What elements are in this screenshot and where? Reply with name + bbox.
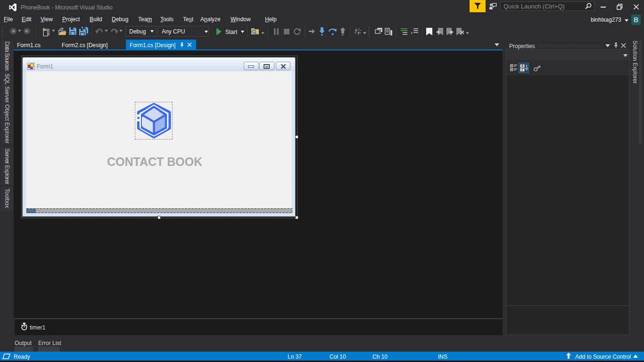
svg-text:A: A — [521, 64, 523, 67]
svg-text:Z: Z — [521, 68, 524, 71]
